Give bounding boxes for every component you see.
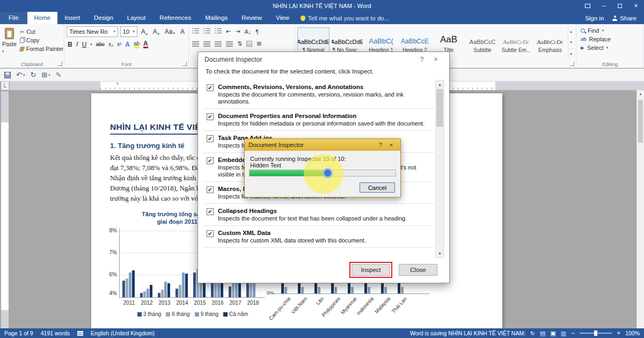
- save-button[interactable]: [4, 72, 11, 78]
- scrollbar-thumb[interactable]: [436, 89, 443, 127]
- ribbon-tab[interactable]: Insert: [57, 12, 87, 24]
- borders-icon[interactable]: ⊞: [257, 40, 261, 47]
- ribbon-tab[interactable]: Mailings: [198, 12, 235, 24]
- inspect-button[interactable]: Inspect: [352, 264, 390, 276]
- font-color-button[interactable]: A: [143, 40, 148, 48]
- redo-button[interactable]: ↻: [30, 71, 36, 79]
- font-size-combo[interactable]: 10 ▾: [120, 26, 137, 37]
- format-painter-button[interactable]: Format Painter: [20, 46, 63, 52]
- dialog-close-icon[interactable]: ×: [386, 142, 397, 148]
- align-right-icon[interactable]: [215, 41, 222, 47]
- tell-me-box[interactable]: Tell me what you want to do...: [301, 12, 390, 24]
- ribbon-tab[interactable]: Design: [87, 12, 120, 24]
- dialog-close-icon[interactable]: ×: [429, 56, 443, 63]
- share-button[interactable]: Share: [612, 15, 636, 21]
- style-card[interactable]: AaBbCcDc Subtle Em...: [500, 27, 532, 58]
- undo-button[interactable]: ↶▾: [16, 71, 25, 79]
- vertical-ruler[interactable]: [1, 91, 9, 328]
- dialog-scrollbar[interactable]: ▴ ▾: [435, 80, 444, 258]
- align-center-icon[interactable]: [203, 41, 210, 47]
- show-marks-icon[interactable]: ¶: [255, 28, 259, 35]
- font-family-combo[interactable]: Times New Ro ▾: [67, 26, 118, 37]
- strikethrough-button[interactable]: abc: [96, 41, 105, 47]
- language-indicator[interactable]: English (United Kingdom): [91, 330, 155, 336]
- sign-in-button[interactable]: Sign in: [585, 15, 604, 21]
- increase-indent-icon[interactable]: ⇥: [235, 28, 240, 35]
- grow-font-button[interactable]: A▴: [140, 27, 149, 36]
- select-button[interactable]: ▶ Select ▾: [579, 43, 641, 52]
- clipboard-dialog-launcher-icon[interactable]: [58, 62, 62, 66]
- zoom-slider-thumb[interactable]: [594, 330, 597, 336]
- checkbox-checked-icon[interactable]: ✔: [207, 135, 214, 142]
- draw-button[interactable]: ✎: [56, 71, 62, 79]
- bold-button[interactable]: B: [68, 41, 72, 48]
- scroll-up-icon[interactable]: ▴: [436, 80, 444, 89]
- scroll-up-icon[interactable]: ▴: [637, 90, 644, 98]
- shrink-font-button[interactable]: A▾: [151, 27, 161, 36]
- zoom-slider[interactable]: [580, 333, 612, 334]
- dialog-title-bar[interactable]: Document Inspector ? ×: [198, 52, 449, 67]
- close-button[interactable]: Close: [399, 264, 437, 276]
- checkbox-checked-icon[interactable]: ✔: [207, 230, 214, 237]
- bullets-icon[interactable]: [192, 28, 199, 34]
- cancel-button[interactable]: Cancel: [360, 182, 395, 193]
- inspector-option-row[interactable]: ✔ Document Properties and Personal Infor…: [203, 109, 434, 131]
- multilevel-list-icon[interactable]: [215, 28, 222, 34]
- paste-button[interactable]: Paste ▾: [2, 26, 17, 54]
- proofing-icon[interactable]: [77, 331, 83, 336]
- find-button[interactable]: Find ▾: [579, 26, 641, 35]
- ribbon-tab[interactable]: Home: [27, 12, 58, 24]
- tab-stop-selector[interactable]: L: [1, 82, 9, 90]
- restore-button[interactable]: [612, 0, 628, 12]
- cut-button[interactable]: ✂ Cut: [20, 28, 63, 35]
- checkbox-checked-icon[interactable]: ✔: [207, 186, 214, 193]
- caret-down-icon[interactable]: ▾: [90, 42, 92, 47]
- styles-dialog-launcher-icon[interactable]: [570, 62, 574, 66]
- style-card[interactable]: AaBbCcDc Emphasis: [534, 27, 566, 58]
- subscript-button[interactable]: x₂: [108, 41, 113, 47]
- checkbox-checked-icon[interactable]: ✔: [207, 84, 214, 91]
- scroll-down-icon[interactable]: ▾: [436, 249, 444, 258]
- inspector-option-row[interactable]: ✔ Comments, Revisions, Versions, and Ann…: [203, 80, 434, 109]
- ribbon-tab[interactable]: References: [152, 12, 198, 24]
- line-spacing-icon[interactable]: ⇅: [237, 40, 242, 47]
- align-left-icon[interactable]: [192, 41, 199, 47]
- styles-scroll-up-icon[interactable]: ▴: [568, 26, 574, 37]
- checkbox-checked-icon[interactable]: ✔: [207, 157, 214, 164]
- ribbon-tab[interactable]: Layout: [120, 12, 153, 24]
- indent-marker-icon[interactable]: ▾: [116, 82, 119, 86]
- minimize-button[interactable]: –: [596, 0, 612, 12]
- font-dialog-launcher-icon[interactable]: [182, 62, 187, 66]
- close-button-window[interactable]: ×: [628, 0, 644, 12]
- shading-icon[interactable]: [246, 41, 252, 47]
- superscript-button[interactable]: x²: [117, 41, 121, 47]
- customize-qat-button[interactable]: ⊞▾: [41, 71, 50, 79]
- progress-dialog-title-bar[interactable]: Document Inspector ? ×: [245, 139, 400, 151]
- styles-more-icon[interactable]: ▾: [568, 48, 574, 60]
- help-icon[interactable]: ?: [415, 56, 429, 63]
- decrease-indent-icon[interactable]: ⇤: [226, 28, 231, 35]
- zoom-out-button[interactable]: −: [571, 329, 575, 337]
- help-icon[interactable]: ?: [375, 142, 386, 148]
- inspector-option-row[interactable]: ✔ Collapsed Headings Inspects the docume…: [203, 204, 434, 226]
- page-indicator[interactable]: Page 1 of 9: [4, 330, 33, 336]
- document-scrollbar[interactable]: ▴: [636, 90, 644, 328]
- print-layout-icon[interactable]: ▣: [550, 330, 555, 337]
- checkbox-checked-icon[interactable]: ✔: [207, 208, 214, 215]
- clear-formatting-button[interactable]: A: [179, 27, 186, 36]
- word-count[interactable]: 4191 words: [41, 330, 70, 336]
- ribbon-tab[interactable]: View: [269, 12, 296, 24]
- text-effects-button[interactable]: A: [125, 41, 130, 48]
- numbering-icon[interactable]: [203, 28, 210, 34]
- tab-file[interactable]: File: [0, 12, 27, 24]
- ribbon-tab[interactable]: Review: [235, 12, 269, 24]
- style-card[interactable]: AaBbCcC Subtitle: [466, 27, 499, 58]
- text-highlight-button[interactable]: ab: [134, 41, 140, 48]
- justify-icon[interactable]: [226, 41, 233, 47]
- underline-button[interactable]: U: [82, 41, 87, 48]
- replace-button[interactable]: ab Replace: [579, 35, 641, 43]
- change-case-button[interactable]: Aa▾: [163, 27, 177, 36]
- sort-icon[interactable]: A↓: [244, 28, 251, 35]
- italic-button[interactable]: I: [76, 40, 78, 48]
- read-mode-icon[interactable]: ▤: [540, 330, 545, 337]
